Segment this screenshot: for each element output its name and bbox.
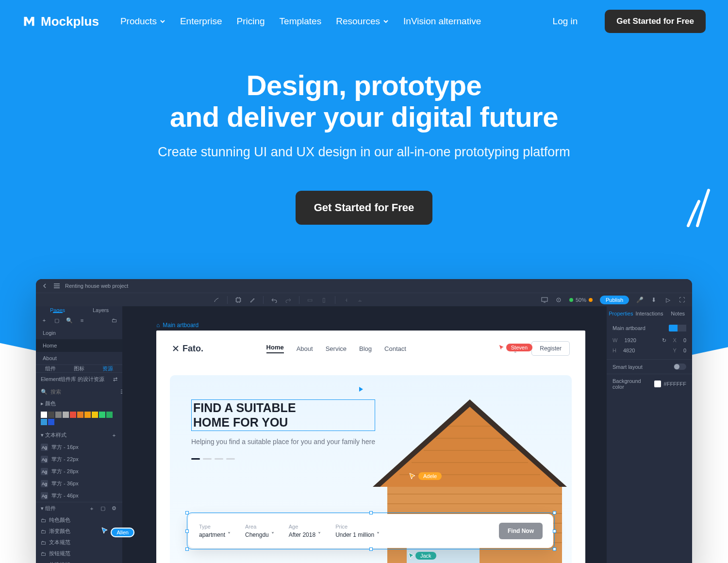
color-chip[interactable] [654,381,661,387]
h-value[interactable]: 4820 [623,348,635,353]
list-icon[interactable]: ≡ [79,317,85,324]
menu-icon[interactable] [53,282,60,289]
tab-layers[interactable]: Layers [79,306,122,314]
text-style-item[interactable]: Ag苹方 - 36px [36,478,122,490]
target-icon[interactable] [555,297,562,303]
text-style-item[interactable]: Ag苹方 - 22px [36,453,122,465]
download-icon[interactable]: ⬇ [650,297,657,303]
new-artboard-icon[interactable]: ▢ [53,317,60,324]
field-age[interactable]: Age After 2018˅ [289,524,321,538]
search-card-selection[interactable]: Type apartment˅ Area Chengdu˅ Age After … [188,514,553,548]
add-icon[interactable]: + [88,505,95,512]
orientation-toggle[interactable] [669,325,686,331]
color-swatch[interactable] [41,419,47,425]
tab-properties[interactable]: Properties [607,306,635,321]
nav-templates[interactable]: Templates [280,16,322,27]
device-icon[interactable] [541,297,548,303]
tab-resources[interactable]: 资源 [94,365,122,372]
color-swatch[interactable] [41,412,47,418]
fato-nav-about[interactable]: About [297,345,313,352]
publish-button[interactable]: Publish [600,296,629,304]
component-folder[interactable]: 🗀单选按钮 [36,559,122,563]
component-folder[interactable]: 🗀渐变颜色 [36,526,122,537]
add-icon[interactable]: + [41,317,48,324]
nav-pricing[interactable]: Pricing [237,16,265,27]
find-now-button[interactable]: Find Now [499,523,543,539]
canvas[interactable]: Steven ⌂ Main artboard Fato. Home About [122,306,607,563]
distribute-v-icon[interactable]: ⫠ [357,297,364,303]
color-swatch[interactable] [92,412,98,418]
library-line[interactable]: Element组件库 的设计资源 ⇄ [36,373,122,386]
color-swatch[interactable] [70,412,76,418]
refresh-icon[interactable]: ↻ [662,337,666,344]
section-text-styles[interactable]: ▾ 文本样式 + [36,429,122,441]
color-swatch[interactable] [48,412,54,418]
brand-logo[interactable]: Mockplus [22,14,99,29]
fato-nav-service[interactable]: Service [326,345,347,352]
color-swatch[interactable] [55,412,62,418]
field-type[interactable]: Type apartment˅ [199,524,231,538]
frame-icon[interactable] [235,297,242,303]
x-value[interactable]: 0 [683,337,686,344]
bg-color-value[interactable]: #FFFFFF [664,381,686,387]
tab-components[interactable]: 组件 [36,365,65,372]
color-swatch[interactable] [48,419,54,425]
artboard-label[interactable]: ⌂ Main artboard [156,322,199,329]
nav-invision[interactable]: InVision alternative [403,16,481,27]
color-swatch[interactable] [99,412,105,418]
fato-register-button[interactable]: Register [531,341,570,356]
redo-icon[interactable] [285,297,292,303]
page-login[interactable]: Login [36,327,122,339]
expand-icon[interactable]: ⛶ [678,297,685,303]
color-swatch[interactable] [106,412,113,418]
page-home[interactable]: Home [36,339,122,352]
nav-enterprise[interactable]: Enterprise [180,16,222,27]
text-style-item[interactable]: Ag苹方 - 28px [36,465,122,478]
add-icon[interactable]: + [111,432,117,439]
align-h-icon[interactable]: ▭ [307,297,314,303]
gear-icon[interactable]: ⚙ [111,505,117,512]
nav-resources[interactable]: Resources [336,16,389,27]
pencil-icon[interactable] [249,297,256,303]
fato-headline-selected[interactable]: FIND A SUITABLE HOME FOR YOU [191,399,375,431]
field-area[interactable]: Area Chengdu˅ [245,524,274,538]
mic-icon[interactable]: 🎤 [636,297,643,303]
component-folder[interactable]: 🗀按钮规范 [36,548,122,559]
component-folder[interactable]: 🗀文本规范 [36,537,122,548]
tab-icons[interactable]: 图标 [65,365,93,372]
color-swatch[interactable] [84,412,91,418]
search-icon[interactable]: 🔍 [66,317,73,324]
zoom-indicator[interactable]: 50% [569,297,593,303]
play-icon[interactable]: ▷ [664,297,671,303]
fato-nav-blog[interactable]: Blog [359,345,372,352]
pen-tool-icon[interactable] [213,297,220,303]
pagination-dots[interactable] [191,458,375,460]
text-style-item[interactable]: Ag苹方 - 16px [36,441,122,453]
section-components[interactable]: ▾ 组件 + ▢ ⚙ [36,502,122,514]
artboard[interactable]: Fato. Home About Service Blog Contact Lo… [156,331,585,563]
distribute-h-icon[interactable]: ⫞ [343,297,349,303]
field-price[interactable]: Price Under 1 million˅ [335,524,380,538]
w-value[interactable]: 1920 [624,337,636,344]
smart-layout-toggle[interactable] [674,364,686,370]
tab-notes[interactable]: Notes [663,306,692,321]
align-v-icon[interactable]: ▯ [321,297,328,303]
login-link[interactable]: Log in [553,16,578,27]
color-swatch[interactable] [63,412,69,418]
tab-pages[interactable]: Pages [36,306,79,314]
page-about[interactable]: About [36,352,122,364]
color-swatch[interactable] [77,412,83,418]
asset-search-input[interactable] [50,389,117,395]
back-icon[interactable] [42,282,49,289]
fato-nav-contact[interactable]: Contact [384,345,406,352]
nav-cta-button[interactable]: Get Started for Free [605,10,706,33]
hero-cta-button[interactable]: Get Started for Free [296,191,433,225]
fato-nav-home[interactable]: Home [266,344,284,353]
undo-icon[interactable] [271,297,278,303]
component-folder[interactable]: 🗀纯色颜色 [36,514,122,526]
y-value[interactable]: 0 [683,348,686,353]
archive-icon[interactable]: 🗀 [111,317,117,324]
new-folder-icon[interactable]: ▢ [99,505,106,512]
tab-interactions[interactable]: Interactions [635,306,664,321]
section-colors[interactable]: ▸ 颜色 [36,397,122,410]
